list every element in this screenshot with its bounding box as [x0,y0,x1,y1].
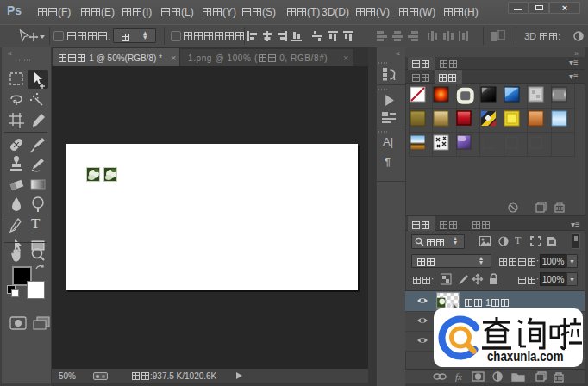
svg-text:fx: fx [455,371,462,382]
